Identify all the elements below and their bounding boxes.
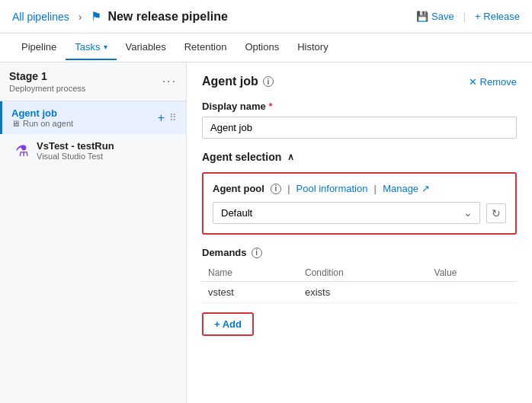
pool-select-wrapper: Default xyxy=(213,202,480,224)
monitor-icon: 🖥 xyxy=(11,119,20,128)
pool-dropdown-row: Default ↻ xyxy=(213,202,506,224)
sidebar: Stage 1 Deployment process ··· Agent job… xyxy=(0,62,187,403)
demand-name: vstest xyxy=(202,282,299,303)
vstest-sub: Visual Studio Test xyxy=(37,152,114,161)
agent-job-name: Agent job xyxy=(11,107,73,119)
tab-pipeline[interactable]: Pipeline xyxy=(12,35,66,60)
tab-variables-label: Variables xyxy=(126,41,166,53)
stage-menu-button[interactable]: ··· xyxy=(162,75,177,88)
save-button[interactable]: 💾 Save xyxy=(416,11,454,22)
col-condition: Condition xyxy=(299,264,428,282)
tab-variables[interactable]: Variables xyxy=(117,35,175,60)
agent-job-sub-text: Run on agent xyxy=(23,119,73,128)
demand-condition: exists xyxy=(299,282,428,303)
agent-job-left: Agent job 🖥 Run on agent xyxy=(11,107,73,128)
agent-pool-label: Agent pool xyxy=(213,183,264,194)
manage-label: Manage xyxy=(383,183,418,194)
vstest-item[interactable]: ⚗ VsTest - testRun Visual Studio Test xyxy=(0,134,186,167)
display-name-input[interactable] xyxy=(202,117,517,139)
table-header-row: Name Condition Value xyxy=(202,264,517,282)
stage-section: Stage 1 Deployment process ··· xyxy=(0,62,186,101)
demands-table: Name Condition Value vstest exists xyxy=(202,264,517,303)
agent-selection-label: Agent selection xyxy=(202,151,281,163)
top-bar: All pipelines › ⚑ New release pipeline 💾… xyxy=(0,0,532,34)
close-icon: ✕ xyxy=(469,76,477,88)
agent-job-info: Agent job 🖥 Run on agent xyxy=(11,107,73,128)
tab-history[interactable]: History xyxy=(288,35,337,60)
vstest-info: VsTest - testRun Visual Studio Test xyxy=(37,140,114,161)
external-link-icon: ↗ xyxy=(421,183,430,194)
tab-options-label: Options xyxy=(245,41,279,53)
vstest-icon: ⚗ xyxy=(15,142,29,160)
stage-header: Stage 1 Deployment process ··· xyxy=(9,70,177,93)
agent-pool-header: Agent pool i | Pool information | Manage… xyxy=(213,183,506,194)
agent-job-title: Agent job i xyxy=(202,75,274,88)
nav-tabs: Pipeline Tasks ▾ Variables Retention Opt… xyxy=(0,34,532,62)
table-row: vstest exists xyxy=(202,282,517,303)
breadcrumb-separator: › xyxy=(79,11,82,23)
agent-job-title-text: Agent job xyxy=(202,75,258,88)
chevron-down-icon: ▾ xyxy=(104,43,107,51)
pool-select[interactable]: Default xyxy=(213,202,480,224)
agent-job-sub: 🖥 Run on agent xyxy=(11,119,73,128)
pool-information-link[interactable]: Pool information xyxy=(296,183,368,194)
tab-retention-label: Retention xyxy=(184,41,227,53)
agent-job-item[interactable]: Agent job 🖥 Run on agent + ⠿ xyxy=(0,101,186,134)
tab-history-label: History xyxy=(297,41,328,53)
agent-pool-info-icon[interactable]: i xyxy=(271,184,281,194)
separator-2: | xyxy=(373,183,377,194)
manage-link[interactable]: Manage ↗ xyxy=(383,183,430,194)
content-area: Agent job i ✕ Remove Display name * Agen… xyxy=(187,62,532,403)
top-bar-right: 💾 Save | + Release xyxy=(416,11,520,22)
save-label: Save xyxy=(431,11,454,22)
tab-pipeline-label: Pipeline xyxy=(21,41,56,53)
demands-info-icon[interactable]: i xyxy=(252,248,262,258)
breadcrumb-link[interactable]: All pipelines xyxy=(12,11,69,23)
tab-options[interactable]: Options xyxy=(236,35,288,60)
pipeline-title: New release pipeline xyxy=(107,10,227,24)
remove-button[interactable]: ✕ Remove xyxy=(469,76,517,88)
refresh-button[interactable]: ↻ xyxy=(486,203,506,223)
agent-pool-box: Agent pool i | Pool information | Manage… xyxy=(202,172,517,235)
add-task-icon[interactable]: + xyxy=(158,111,165,125)
content-header: Agent job i ✕ Remove xyxy=(202,75,517,88)
demands-label: Demands i xyxy=(202,247,517,258)
separator-1: | xyxy=(287,183,290,194)
save-icon: 💾 xyxy=(416,11,428,22)
stage-subtitle: Deployment process xyxy=(9,84,85,93)
chevron-up-icon[interactable]: ∧ xyxy=(287,152,294,162)
tab-retention[interactable]: Retention xyxy=(175,35,236,60)
col-name: Name xyxy=(202,264,299,282)
agent-selection-section-title: Agent selection ∧ xyxy=(202,151,517,163)
add-button[interactable]: + Add xyxy=(202,312,254,336)
pipeline-icon: ⚑ xyxy=(91,9,101,24)
agent-job-right: + ⠿ xyxy=(158,111,177,125)
title-info-icon[interactable]: i xyxy=(263,76,274,87)
release-button[interactable]: + Release xyxy=(475,11,520,22)
drag-handle-icon: ⠿ xyxy=(169,112,177,123)
add-label: + Add xyxy=(214,318,242,330)
tab-tasks[interactable]: Tasks ▾ xyxy=(66,35,116,60)
required-marker: * xyxy=(268,101,272,112)
main-layout: Stage 1 Deployment process ··· Agent job… xyxy=(0,62,532,403)
col-value: Value xyxy=(428,264,517,282)
top-bar-left: All pipelines › ⚑ New release pipeline xyxy=(12,9,228,24)
tab-tasks-label: Tasks xyxy=(75,41,100,53)
demand-value xyxy=(428,282,517,303)
vstest-name: VsTest - testRun xyxy=(37,140,114,152)
remove-label: Remove xyxy=(480,76,517,88)
display-name-label: Display name * xyxy=(202,101,517,112)
stage-title: Stage 1 xyxy=(9,70,85,82)
stage-info: Stage 1 Deployment process xyxy=(9,70,85,93)
